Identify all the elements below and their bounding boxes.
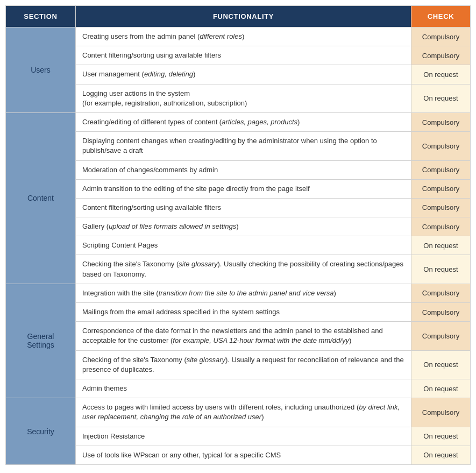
functionality-cell: Scripting Content Pages [76, 236, 411, 255]
check-cell: Compulsory [411, 322, 471, 350]
table-row: GeneralSettingsIntegration with the site… [6, 284, 471, 302]
section-cell: GeneralSettings [6, 284, 76, 398]
check-cell: Compulsory [411, 303, 471, 322]
table-row: Checking the site's Taxonomy (site gloss… [6, 255, 471, 284]
table-row: Content filtering/sorting using availabl… [6, 46, 471, 65]
table-row: ContentCreating/editing of different typ… [6, 112, 471, 131]
section-cell: Security [6, 398, 76, 465]
table-row: SecurityAccess to pages with limited acc… [6, 398, 471, 427]
functionality-cell: Admin themes [76, 379, 411, 398]
functionality-cell: Creating/editing of different types of c… [76, 112, 411, 131]
table-row: Moderation of changes/comments by adminC… [6, 160, 471, 179]
check-cell: Compulsory [411, 46, 471, 65]
table-row: Scripting Content PagesOn request [6, 236, 471, 255]
functionality-cell: Checking the site's Taxonomy (site gloss… [76, 255, 411, 284]
check-cell: Compulsory [411, 284, 471, 302]
functionality-cell: Mailings from the email address specifie… [76, 303, 411, 322]
check-cell: On request [411, 84, 471, 112]
table-row: Injection ResistanceOn request [6, 427, 471, 446]
table-row: Admin themesOn request [6, 379, 471, 398]
table-row: Admin transition to the editing of the s… [6, 179, 471, 198]
functionality-cell: Displaying content changes when creating… [76, 132, 411, 160]
check-cell: On request [411, 65, 471, 84]
functionality-cell: Access to pages with limited access by u… [76, 398, 411, 427]
check-cell: Compulsory [411, 217, 471, 236]
check-cell: Compulsory [411, 160, 471, 179]
functionality-cell: Injection Resistance [76, 427, 411, 446]
table-row: Displaying content changes when creating… [6, 132, 471, 160]
table-row: Mailings from the email address specifie… [6, 303, 471, 322]
check-cell: On request [411, 236, 471, 255]
check-cell: Compulsory [411, 398, 471, 427]
check-cell: On request [411, 446, 471, 464]
check-cell: Compulsory [411, 179, 471, 198]
main-table: SECTION FUNCTIONALITY CHECK UsersCreatin… [5, 5, 471, 465]
table-row: UsersCreating users from the admin panel… [6, 27, 471, 46]
table-row: Content filtering/sorting using availabl… [6, 198, 471, 217]
functionality-cell: Gallery (upload of files formats allowed… [76, 217, 411, 236]
functionality-header: FUNCTIONALITY [76, 6, 411, 27]
table-row: Gallery (upload of files formats allowed… [6, 217, 471, 236]
check-cell: Compulsory [411, 112, 471, 131]
functionality-cell: Logging user actions in the system(for e… [76, 84, 411, 112]
table-row: Logging user actions in the system(for e… [6, 84, 471, 112]
functionality-cell: Content filtering/sorting using availabl… [76, 198, 411, 217]
section-header: SECTION [6, 6, 76, 27]
table-row: User management (editing, deleting)On re… [6, 65, 471, 84]
check-cell: Compulsory [411, 27, 471, 46]
functionality-cell: Content filtering/sorting using availabl… [76, 46, 411, 65]
check-header: CHECK [411, 6, 471, 27]
functionality-cell: Integration with the site (transition fr… [76, 284, 411, 302]
functionality-cell: Use of tools like WPscan or any other, t… [76, 446, 411, 464]
check-cell: On request [411, 255, 471, 284]
table-row: Checking of the site's Taxonomy (site gl… [6, 350, 471, 379]
functionality-cell: Checking of the site's Taxonomy (site gl… [76, 350, 411, 379]
functionality-cell: Creating users from the admin panel (dif… [76, 27, 411, 46]
functionality-cell: Moderation of changes/comments by admin [76, 160, 411, 179]
table-row: Correspondence of the date format in the… [6, 322, 471, 350]
table-row: Use of tools like WPscan or any other, t… [6, 446, 471, 464]
functionality-cell: Admin transition to the editing of the s… [76, 179, 411, 198]
section-cell: Users [6, 27, 76, 113]
check-cell: On request [411, 350, 471, 379]
check-cell: Compulsory [411, 132, 471, 160]
check-cell: On request [411, 379, 471, 398]
check-cell: Compulsory [411, 198, 471, 217]
functionality-cell: Correspondence of the date format in the… [76, 322, 411, 350]
check-cell: On request [411, 427, 471, 446]
functionality-cell: User management (editing, deleting) [76, 65, 411, 84]
section-cell: Content [6, 112, 76, 284]
